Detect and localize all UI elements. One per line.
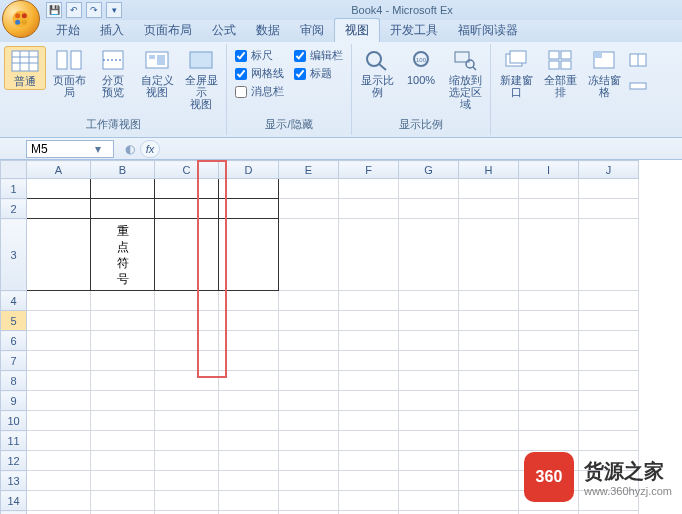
cell[interactable] xyxy=(459,291,519,311)
cell[interactable] xyxy=(155,491,219,511)
cell[interactable] xyxy=(459,451,519,471)
cell[interactable] xyxy=(459,351,519,371)
cell[interactable] xyxy=(459,311,519,331)
column-header[interactable]: C xyxy=(155,161,219,179)
cell[interactable] xyxy=(279,371,339,391)
cell[interactable] xyxy=(519,511,579,515)
cell[interactable] xyxy=(155,371,219,391)
qat-redo-icon[interactable]: ↷ xyxy=(86,2,102,18)
cell[interactable] xyxy=(339,291,399,311)
normal-view-button[interactable]: 普通 xyxy=(4,46,46,90)
window-more-button[interactable] xyxy=(627,46,649,102)
cell[interactable] xyxy=(219,511,279,515)
row-header[interactable]: 11 xyxy=(1,431,27,451)
column-header[interactable]: F xyxy=(339,161,399,179)
column-header[interactable]: A xyxy=(27,161,91,179)
qat-save-icon[interactable]: 💾 xyxy=(46,2,62,18)
cell[interactable] xyxy=(279,331,339,351)
cell[interactable] xyxy=(579,311,639,331)
row-header[interactable]: 5 xyxy=(1,311,27,331)
cell[interactable] xyxy=(279,511,339,515)
cell[interactable] xyxy=(399,451,459,471)
cell[interactable] xyxy=(399,331,459,351)
cell[interactable] xyxy=(155,199,219,219)
cell[interactable] xyxy=(459,179,519,199)
column-header[interactable]: J xyxy=(579,161,639,179)
new-window-button[interactable]: 新建窗口 xyxy=(495,46,537,100)
ruler-checkbox[interactable]: 标尺 xyxy=(235,48,284,63)
cell[interactable] xyxy=(339,511,399,515)
cell[interactable] xyxy=(519,431,579,451)
cell[interactable] xyxy=(339,411,399,431)
cell[interactable] xyxy=(399,431,459,451)
cell[interactable] xyxy=(91,471,155,491)
cell[interactable] xyxy=(27,371,91,391)
cell[interactable] xyxy=(155,311,219,331)
cell[interactable] xyxy=(519,291,579,311)
tab-review[interactable]: 审阅 xyxy=(290,19,334,42)
cell[interactable] xyxy=(91,371,155,391)
arrange-all-button[interactable]: 全部重排 xyxy=(539,46,581,100)
column-header[interactable]: H xyxy=(459,161,519,179)
cell[interactable] xyxy=(399,391,459,411)
row-header[interactable]: 10 xyxy=(1,411,27,431)
cell[interactable] xyxy=(155,351,219,371)
cell[interactable] xyxy=(339,219,399,291)
cell[interactable] xyxy=(279,291,339,311)
cell[interactable] xyxy=(399,219,459,291)
cell[interactable] xyxy=(91,431,155,451)
cell[interactable] xyxy=(579,511,639,515)
cell[interactable] xyxy=(339,331,399,351)
cell[interactable] xyxy=(279,179,339,199)
cell[interactable] xyxy=(219,451,279,471)
name-box-input[interactable] xyxy=(31,142,91,156)
cell[interactable] xyxy=(219,491,279,511)
cell[interactable] xyxy=(519,351,579,371)
cell[interactable] xyxy=(579,291,639,311)
column-header[interactable]: E xyxy=(279,161,339,179)
cell[interactable] xyxy=(91,311,155,331)
cell[interactable] xyxy=(339,471,399,491)
name-box-dropdown-icon[interactable]: ▾ xyxy=(91,142,105,156)
column-header[interactable]: B xyxy=(91,161,155,179)
column-header[interactable]: I xyxy=(519,161,579,179)
cell[interactable] xyxy=(27,311,91,331)
cell[interactable] xyxy=(339,311,399,331)
formula-bar-input[interactable] xyxy=(160,140,682,158)
select-all-corner[interactable] xyxy=(1,161,27,179)
cell[interactable] xyxy=(27,471,91,491)
zoom-button[interactable]: 显示比例 xyxy=(356,46,398,100)
cell[interactable] xyxy=(155,451,219,471)
row-header[interactable]: 7 xyxy=(1,351,27,371)
cell[interactable] xyxy=(219,471,279,491)
cell[interactable] xyxy=(27,431,91,451)
qat-undo-icon[interactable]: ↶ xyxy=(66,2,82,18)
spreadsheet-grid[interactable]: ABCDEFGHIJ123重点符号456789101112131415 360 … xyxy=(0,160,682,514)
page-break-preview-button[interactable]: 分页预览 xyxy=(92,46,134,100)
cell[interactable] xyxy=(339,391,399,411)
cell[interactable] xyxy=(219,431,279,451)
fx-button[interactable]: fx xyxy=(140,140,160,158)
row-header[interactable]: 13 xyxy=(1,471,27,491)
cell[interactable] xyxy=(279,199,339,219)
name-box[interactable]: ▾ xyxy=(26,140,114,158)
cell[interactable] xyxy=(91,179,155,199)
cell[interactable] xyxy=(519,199,579,219)
cell[interactable] xyxy=(519,371,579,391)
cell[interactable] xyxy=(155,179,219,199)
cell[interactable]: 重点符号 xyxy=(91,219,155,291)
cell[interactable] xyxy=(579,219,639,291)
tab-insert[interactable]: 插入 xyxy=(90,19,134,42)
cell[interactable] xyxy=(219,199,279,219)
cell[interactable] xyxy=(579,351,639,371)
cell[interactable] xyxy=(459,491,519,511)
cell[interactable] xyxy=(519,331,579,351)
cell[interactable] xyxy=(279,351,339,371)
cell[interactable] xyxy=(339,371,399,391)
cell[interactable] xyxy=(399,311,459,331)
cell[interactable] xyxy=(219,391,279,411)
gridlines-checkbox[interactable]: 网格线 xyxy=(235,66,284,81)
headings-checkbox[interactable]: 标题 xyxy=(294,66,343,81)
tab-formulas[interactable]: 公式 xyxy=(202,19,246,42)
cell[interactable] xyxy=(579,331,639,351)
